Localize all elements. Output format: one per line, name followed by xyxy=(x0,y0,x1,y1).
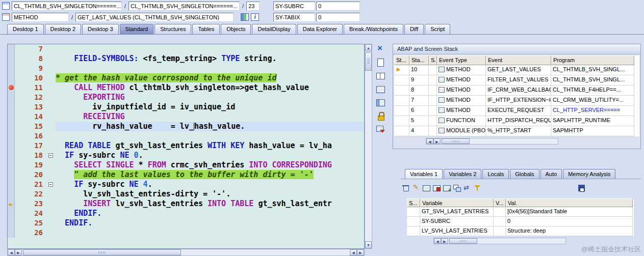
tab-desktop-3[interactable]: Desktop 3 xyxy=(82,24,119,34)
line-number[interactable]: 25 xyxy=(15,218,47,228)
gutter-margin[interactable] xyxy=(8,160,15,170)
scrollbar-track[interactable] xyxy=(448,238,565,244)
scroll-left-button[interactable]: ◀ xyxy=(350,249,357,255)
line-number[interactable]: 15 xyxy=(15,122,47,131)
fold-toggle-icon[interactable]: − xyxy=(47,151,56,160)
tab-desktop-1[interactable]: Desktop 1 xyxy=(7,24,44,34)
stack-row[interactable]: 6METHODEXECUTE_REQUESTCL_HTTP_SERVER====… xyxy=(394,106,639,116)
code-line[interactable]: 18− IF sy-subrc NE 0. xyxy=(8,151,364,160)
tab-standard[interactable]: Standard xyxy=(120,24,154,34)
line-number[interactable]: 26 xyxy=(15,228,47,238)
code-line[interactable]: 25 ENDIF. xyxy=(8,218,364,228)
scrollbar-track[interactable] xyxy=(22,249,350,255)
code-text[interactable] xyxy=(56,228,364,238)
code-line[interactable]: 9 xyxy=(8,64,364,73)
delete-icon[interactable] xyxy=(402,184,410,192)
stack-row[interactable]: 9METHODFILTER_LAST_VALUESCL_THTMLB_SVH_S… xyxy=(394,75,639,86)
scrollbar-track[interactable] xyxy=(365,51,372,241)
gutter-margin[interactable] xyxy=(8,54,15,64)
scroll-left-button[interactable]: ◀ xyxy=(434,238,441,244)
code-text[interactable] xyxy=(56,64,364,73)
variable-row[interactable]: LV_SVH_LAST_ENTRIESStructure: deep xyxy=(407,226,634,236)
split-screen-icon[interactable] xyxy=(376,71,385,80)
info-icon[interactable]: i xyxy=(251,13,259,21)
gutter-margin[interactable] xyxy=(8,218,15,228)
stack-row[interactable]: 8METHODIF_CRM_WEB_CALLBACK...CL_THTMLB_F… xyxy=(394,86,639,96)
code-line[interactable]: 15 rv_hash_value = lv_hash_value. xyxy=(8,122,364,131)
line-number[interactable]: 21 xyxy=(15,180,47,189)
code-text[interactable]: * get the hash value corrospond to the u… xyxy=(56,73,364,83)
scroll-left-button[interactable]: ◀ xyxy=(426,138,433,144)
code-line[interactable]: ►23 INSERT lv_svh_last_entries INTO TABL… xyxy=(8,199,364,209)
code-line[interactable]: 26 xyxy=(8,228,364,238)
gutter-margin[interactable] xyxy=(8,64,15,73)
line-number[interactable]: 23 xyxy=(15,199,47,209)
tools-icon[interactable] xyxy=(376,124,385,133)
variable-row[interactable]: GT_SVH_LAST_ENTRIES[0x4(56)]Standard Tab… xyxy=(407,207,634,217)
tab-data-explorer[interactable]: Data Explorer xyxy=(297,24,343,34)
close-icon[interactable] xyxy=(376,45,385,54)
stack-horizontal-scrollbar[interactable]: ◀▶ xyxy=(426,138,558,145)
breakpoint-icon[interactable] xyxy=(8,83,15,93)
unlock-icon[interactable] xyxy=(376,111,385,120)
code-text[interactable]: IF sy-subrc NE 4. xyxy=(56,180,364,189)
editor-horizontal-scrollbar[interactable]: ◀▶◀▶ xyxy=(7,249,365,256)
include-field[interactable]: CL_THTMLB_SVH_SINGLETON======... xyxy=(128,2,240,11)
tab-script[interactable]: Script xyxy=(425,24,450,34)
goto-source-icon[interactable] xyxy=(241,13,249,21)
code-text[interactable]: FIELD-SYMBOLS: <fs_temp_string> TYPE str… xyxy=(56,54,364,64)
gutter-margin[interactable] xyxy=(8,228,15,238)
scroll-right-button[interactable]: ▶ xyxy=(433,138,441,144)
watch-variable-field[interactable]: SY-SUBRC xyxy=(273,2,315,11)
code-text[interactable]: RECEIVING xyxy=(56,112,364,122)
editor-vertical-scrollbar[interactable]: ▲▼ xyxy=(365,44,372,249)
watch-value-field[interactable]: 0 xyxy=(316,13,360,22)
line-number[interactable]: 16 xyxy=(15,131,47,141)
gutter-margin[interactable] xyxy=(8,189,15,199)
line-number[interactable]: 7 xyxy=(15,44,47,54)
save-icon[interactable] xyxy=(578,184,586,192)
code-line[interactable]: 7 xyxy=(8,44,364,54)
tab-detaildisplay[interactable]: DetailDisplay xyxy=(252,24,296,34)
code-line[interactable]: 24 ENDIF. xyxy=(8,209,364,218)
gutter-margin[interactable] xyxy=(8,180,15,189)
gutter-margin[interactable] xyxy=(8,44,15,54)
scroll-down-button[interactable]: ▼ xyxy=(365,241,372,248)
tab-memory-analysis[interactable]: Memory Analysis xyxy=(563,169,615,179)
watch-value-field[interactable]: 0 xyxy=(316,2,360,11)
gutter-margin[interactable] xyxy=(8,102,15,112)
scrollbar-thumb[interactable] xyxy=(449,238,477,244)
fold-toggle-icon[interactable]: − xyxy=(47,180,56,189)
tab-structures[interactable]: Structures xyxy=(154,24,191,34)
tab-variables-1[interactable]: Variables 1 xyxy=(405,169,443,179)
code-line[interactable]: 14 RECEIVING xyxy=(8,112,364,122)
tab-locals[interactable]: Locals xyxy=(482,169,509,179)
line-number[interactable]: 11 xyxy=(15,83,47,93)
variables-horizontal-scrollbar[interactable]: ◀▶ xyxy=(433,238,566,244)
filter-icon[interactable] xyxy=(473,184,481,192)
code-line[interactable]: 22 lv_svh_last_entries-dirty = '-'. xyxy=(8,189,364,199)
code-line[interactable]: 10* get the hash value corrospond to the… xyxy=(8,73,364,83)
compare-icon[interactable] xyxy=(453,184,461,192)
tab-globals[interactable]: Globals xyxy=(510,169,539,179)
scroll-left-button[interactable]: ◀ xyxy=(8,249,15,255)
line-number[interactable]: 18 xyxy=(15,151,47,160)
scrollbar-track[interactable] xyxy=(441,138,558,144)
line-number[interactable]: 19 xyxy=(15,160,47,170)
scroll-right-button[interactable]: ▶ xyxy=(357,249,364,255)
stack-row[interactable]: ►10METHODGET_LAST_VALUESCL_THTMLB_SVH_SI… xyxy=(394,65,639,75)
code-text[interactable]: lv_svh_last_entries-dirty = '-'. xyxy=(56,189,364,199)
insert-icon[interactable] xyxy=(443,184,451,192)
tab-tables[interactable]: Tables xyxy=(192,24,220,34)
tab-variables-2[interactable]: Variables 2 xyxy=(444,169,481,179)
code-line[interactable]: 11 CALL METHOD cl_thtmlb_svh_singleton=>… xyxy=(8,83,364,93)
code-text[interactable]: SELECT SINGLE * FROM crmc_svh_entries IN… xyxy=(56,160,364,170)
code-text[interactable]: iv_inputfield_id = iv_unique_id xyxy=(56,102,364,112)
code-line[interactable]: 13 iv_inputfield_id = iv_unique_id xyxy=(8,102,364,112)
code-text[interactable]: ENDIF. xyxy=(56,209,364,218)
stack-row[interactable]: 5FUNCTIONHTTP_DISPATCH_REQU...SAPLHTTP_R… xyxy=(394,116,639,126)
structure-view-icon[interactable] xyxy=(376,98,385,107)
code-text[interactable]: " add the last values to the buffer with… xyxy=(56,170,364,180)
code-text[interactable]: ENDIF. xyxy=(56,218,364,228)
stack-row[interactable]: 7METHODIF_HTTP_EXTENSION~H...CL_CRM_WEB_… xyxy=(394,96,639,106)
